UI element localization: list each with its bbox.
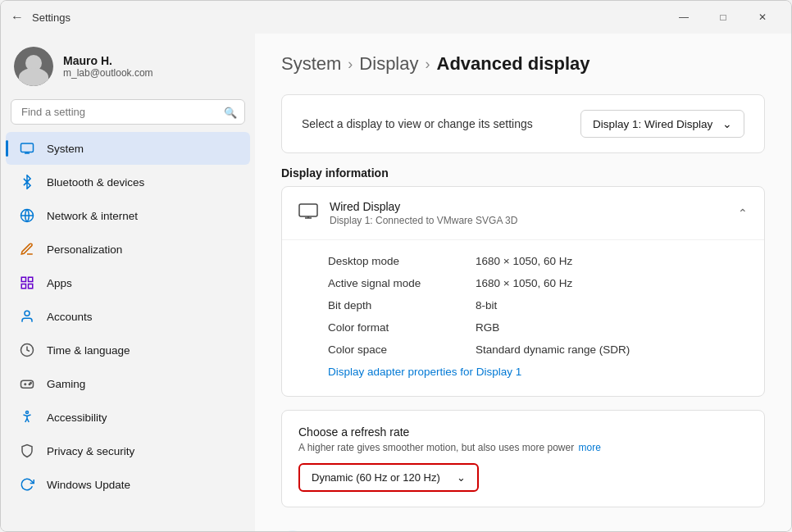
avatar xyxy=(14,47,53,86)
sidebar-item-bluetooth-label: Bluetooth & devices xyxy=(47,176,144,189)
sidebar-item-gaming-label: Gaming xyxy=(47,378,85,390)
display-info-section-title: Display information xyxy=(281,166,765,180)
refresh-inner: Choose a refresh rate A higher rate give… xyxy=(282,411,764,507)
sidebar-item-personalization-label: Personalization xyxy=(47,243,122,256)
detail-row-colorspace: Color space Standard dynamic range (SDR) xyxy=(328,339,744,361)
sidebar-item-network[interactable]: Network & internet xyxy=(6,199,250,232)
time-icon xyxy=(19,342,35,358)
sidebar-item-accounts[interactable]: Accounts xyxy=(6,300,250,333)
sidebar-item-network-label: Network & internet xyxy=(47,210,138,222)
back-button[interactable]: ← xyxy=(11,11,24,24)
network-icon xyxy=(19,207,35,224)
display-details: Desktop mode 1680 × 1050, 60 Hz Active s… xyxy=(282,240,764,396)
svg-point-12 xyxy=(30,383,32,384)
sidebar-item-update[interactable]: Windows Update xyxy=(6,468,250,501)
svg-point-13 xyxy=(26,412,29,414)
user-email: m_lab@outlook.com xyxy=(63,67,153,79)
sidebar-item-system-label: System xyxy=(47,143,84,155)
display-selector-dropdown[interactable]: Display 1: Wired Display ⌄ xyxy=(580,110,744,138)
search-box: 🔍 xyxy=(11,99,245,125)
refresh-rate-value: Dynamic (60 Hz or 120 Hz) xyxy=(312,471,440,484)
svg-rect-14 xyxy=(299,204,317,216)
refresh-title: Choose a refresh rate xyxy=(298,425,601,439)
user-info: Mauro H. m_lab@outlook.com xyxy=(63,54,153,79)
detail-value-desktop: 1680 × 1050, 60 Hz xyxy=(476,255,572,267)
apps-icon xyxy=(19,275,35,291)
refresh-left: Choose a refresh rate A higher rate give… xyxy=(298,425,601,453)
get-help-section[interactable]: Get help xyxy=(281,521,765,531)
sidebar-item-personalization[interactable]: Personalization xyxy=(6,233,250,266)
monitor-icon xyxy=(298,203,318,224)
titlebar: ← Settings — □ ✕ xyxy=(1,1,791,34)
svg-rect-4 xyxy=(21,277,25,281)
adapter-properties-link[interactable]: Display adapter properties for Display 1 xyxy=(328,361,521,389)
detail-row-bitdepth: Bit depth 8-bit xyxy=(328,294,744,316)
refresh-dropdown-chevron: ⌄ xyxy=(457,471,466,484)
svg-rect-10 xyxy=(21,380,34,388)
refresh-description: A higher rate gives smoother motion, but… xyxy=(298,442,601,453)
display-subtitle: Display 1: Connected to VMware SVGA 3D xyxy=(330,215,517,226)
gaming-icon xyxy=(19,375,35,392)
maximize-button[interactable]: □ xyxy=(704,4,742,30)
detail-row-signal: Active signal mode 1680 × 1050, 60 Hz xyxy=(328,272,744,294)
breadcrumb-sep-1: › xyxy=(348,56,353,73)
breadcrumb-display[interactable]: Display xyxy=(359,53,418,75)
window-controls: — □ ✕ xyxy=(665,4,781,30)
detail-value-colorformat: RGB xyxy=(476,321,499,334)
sidebar-item-apps-label: Apps xyxy=(47,277,72,289)
help-icon xyxy=(281,530,304,531)
detail-label-colorspace: Color space xyxy=(328,343,476,356)
display-selector: Select a display to view or change its s… xyxy=(282,95,764,152)
detail-value-colorspace: Standard dynamic range (SDR) xyxy=(476,343,630,356)
settings-window: ← Settings — □ ✕ Mauro H. m_lab@outlook.… xyxy=(0,0,792,532)
bluetooth-icon xyxy=(19,174,35,190)
accounts-icon xyxy=(19,308,35,325)
detail-label-colorformat: Color format xyxy=(328,321,476,334)
breadcrumb-advanced: Advanced display xyxy=(437,53,590,75)
sidebar-item-bluetooth[interactable]: Bluetooth & devices xyxy=(6,166,250,198)
refresh-rate-dropdown[interactable]: Dynamic (60 Hz or 120 Hz) ⌄ xyxy=(298,463,479,492)
minimize-button[interactable]: — xyxy=(665,4,703,30)
svg-rect-6 xyxy=(21,284,25,289)
detail-row-desktop: Desktop mode 1680 × 1050, 60 Hz xyxy=(328,250,744,272)
sidebar-item-gaming[interactable]: Gaming xyxy=(6,367,250,400)
window-title: Settings xyxy=(32,11,665,24)
sidebar-item-time[interactable]: Time & language xyxy=(6,334,250,366)
chevron-up-icon: ⌃ xyxy=(738,207,748,220)
breadcrumb-system[interactable]: System xyxy=(281,53,341,75)
breadcrumb: System › Display › Advanced display xyxy=(281,53,765,75)
sidebar-item-apps[interactable]: Apps xyxy=(6,266,250,299)
content-area: System › Display › Advanced display Sele… xyxy=(255,34,791,531)
refresh-rate-card: Choose a refresh rate A higher rate give… xyxy=(281,410,765,507)
personalization-icon xyxy=(19,241,35,257)
svg-rect-0 xyxy=(21,143,34,152)
sidebar-item-accessibility[interactable]: Accessibility xyxy=(6,401,250,434)
display-selector-card: Select a display to view or change its s… xyxy=(281,94,765,153)
svg-point-8 xyxy=(25,311,30,316)
dropdown-chevron-icon: ⌄ xyxy=(722,117,732,130)
detail-value-bitdepth: 8-bit xyxy=(476,299,497,311)
update-icon xyxy=(19,476,35,493)
display-info-header[interactable]: Wired Display Display 1: Connected to VM… xyxy=(282,187,764,240)
sidebar-item-update-label: Windows Update xyxy=(47,479,130,491)
display-info-header-left: Wired Display Display 1: Connected to VM… xyxy=(298,200,517,226)
sidebar-item-system[interactable]: System xyxy=(6,132,250,165)
display-name: Wired Display xyxy=(330,200,517,213)
search-input[interactable] xyxy=(11,99,245,125)
display-info-card: Wired Display Display 1: Connected to VM… xyxy=(281,186,765,397)
breadcrumb-sep-2: › xyxy=(426,56,430,73)
accessibility-icon xyxy=(19,409,35,425)
detail-label-bitdepth: Bit depth xyxy=(328,299,476,311)
display-selector-value: Display 1: Wired Display xyxy=(593,118,712,130)
detail-label-desktop: Desktop mode xyxy=(328,255,476,267)
sidebar-item-privacy[interactable]: Privacy & security xyxy=(6,434,250,467)
detail-row-colorformat: Color format RGB xyxy=(328,316,744,339)
detail-label-signal: Active signal mode xyxy=(328,277,476,289)
privacy-icon xyxy=(19,443,35,459)
user-profile: Mauro H. m_lab@outlook.com xyxy=(1,34,255,96)
refresh-more-link[interactable]: more xyxy=(579,442,601,453)
close-button[interactable]: ✕ xyxy=(744,4,781,30)
display-selector-label: Select a display to view or change its s… xyxy=(302,117,533,130)
display-info-text: Wired Display Display 1: Connected to VM… xyxy=(330,200,517,226)
svg-rect-7 xyxy=(29,284,33,289)
